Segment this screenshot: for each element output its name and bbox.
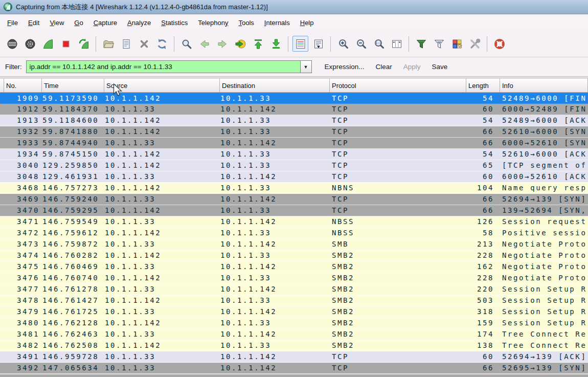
go-to-top-icon <box>252 38 264 50</box>
cell-info: Session Setup R <box>500 318 588 328</box>
menu-help[interactable]: Help <box>295 16 319 30</box>
cell-protocol: TCP <box>330 138 466 148</box>
cell-source: 10.1.1.142 <box>104 149 220 160</box>
preferences-icon <box>469 38 481 50</box>
menu-go[interactable]: Go <box>69 16 88 30</box>
packet-row-3479[interactable]: 3479146.76172510.1.1.3310.1.1.142SMB2318… <box>0 306 588 318</box>
colorize-button[interactable] <box>292 36 308 52</box>
column-header-time[interactable]: Time <box>42 78 104 92</box>
menu-telephony[interactable]: Telephony <box>193 16 233 30</box>
menu-tools[interactable]: Tools <box>234 16 259 30</box>
menu-file[interactable]: File <box>2 16 23 30</box>
menu-edit[interactable]: Edit <box>23 16 44 30</box>
column-header-destination[interactable]: Destination <box>220 78 330 92</box>
partial-packet-row[interactable] <box>0 374 588 377</box>
packet-row-3491[interactable]: 3491146.95972810.1.1.3310.1.1.142TCP6052… <box>0 351 588 363</box>
file-save-button[interactable] <box>118 36 134 52</box>
zoom-actual-button[interactable]: 1:1 <box>371 36 387 52</box>
interface-list-button[interactable] <box>4 36 20 52</box>
display-filters-button[interactable] <box>431 36 447 52</box>
packet-row-1932[interactable]: 193259.874188010.1.1.14210.1.1.33TCP6652… <box>0 126 588 138</box>
capture-restart-button[interactable] <box>76 36 92 52</box>
find-packet-button[interactable] <box>178 36 194 52</box>
filter-dropdown-arrow-icon[interactable]: ▼ <box>300 60 312 73</box>
auto-scroll-button[interactable] <box>310 36 326 52</box>
packet-row-3481[interactable]: 3481146.76246310.1.1.3310.1.1.142SMB2174… <box>0 329 588 340</box>
preferences-button[interactable] <box>467 36 483 52</box>
reload-button[interactable] <box>154 36 170 52</box>
packet-row-3482[interactable]: 3482146.76250810.1.1.14210.1.1.33SMB2138… <box>0 340 588 351</box>
cell-time: 146.760469 <box>42 261 104 272</box>
packet-row-3475[interactable]: 3475146.76046910.1.1.3310.1.1.142SMB2162… <box>0 261 588 273</box>
capture-filters-button[interactable] <box>413 36 429 52</box>
packet-row-3476[interactable]: 3476146.76074010.1.1.14210.1.1.33SMB2228… <box>0 273 588 284</box>
toolbar-separator <box>487 36 487 52</box>
packet-row-3470[interactable]: 3470146.75929510.1.1.14210.1.1.33TCP6613… <box>0 205 588 216</box>
cell-no: 1933 <box>4 138 42 148</box>
filter-input[interactable] <box>26 60 300 73</box>
packet-row-3469[interactable]: 3469146.75924010.1.1.3310.1.1.142TCP6652… <box>0 194 588 205</box>
menu-analyze[interactable]: Analyze <box>122 16 156 30</box>
packet-row-1912[interactable]: 191259.118437010.1.1.3310.1.1.142TCP6060… <box>0 104 588 115</box>
cell-source: 10.1.1.33 <box>104 351 220 362</box>
cell-destination: 10.1.1.142 <box>220 329 330 340</box>
cell-no: 3040 <box>4 160 42 171</box>
packet-row-3048[interactable]: 3048129.46193110.1.1.3310.1.1.142TCP6060… <box>0 171 588 183</box>
capture-options-button[interactable] <box>22 36 38 52</box>
apply-button[interactable]: Apply <box>398 60 426 73</box>
cell-info: Session Setup R <box>500 295 588 306</box>
go-to-packet-button[interactable] <box>232 36 248 52</box>
expression-button[interactable]: Expression... <box>319 60 370 73</box>
packet-row-1909[interactable]: 190959.117359010.1.1.14210.1.1.33TCP5452… <box>0 93 588 104</box>
column-header-info[interactable]: Info <box>500 78 588 92</box>
go-back-button[interactable] <box>196 36 212 52</box>
packet-row-3492[interactable]: 3492147.06563410.1.1.3310.1.1.142TCP6652… <box>0 363 588 374</box>
zoom-out-button[interactable] <box>353 36 369 52</box>
cell-length: 66 <box>466 205 500 216</box>
capture-stop-button[interactable] <box>58 36 74 52</box>
column-header-no[interactable]: No. <box>4 78 42 92</box>
capture-start-button[interactable] <box>40 36 56 52</box>
menu-internals[interactable]: Internals <box>259 16 295 30</box>
file-open-button[interactable] <box>100 36 116 52</box>
menu-statistics[interactable]: Statistics <box>156 16 193 30</box>
packet-row-3040[interactable]: 3040129.25985010.1.1.14210.1.1.33TCP65[T… <box>0 160 588 171</box>
go-to-bottom-button[interactable] <box>268 36 284 52</box>
file-close-button[interactable] <box>136 36 152 52</box>
go-to-top-button[interactable] <box>250 36 266 52</box>
menu-view[interactable]: View <box>44 16 69 30</box>
packet-row-3477[interactable]: 3477146.76127810.1.1.3310.1.1.142SMB2220… <box>0 284 588 295</box>
zoom-in-icon <box>337 38 349 50</box>
cell-destination: 10.1.1.142 <box>220 284 330 295</box>
main-toolbar: 1:1 <box>0 31 588 57</box>
coloring-rules-button[interactable] <box>449 36 465 52</box>
packet-row-3472[interactable]: 3472146.75961210.1.1.14210.1.1.33NBSS58P… <box>0 228 588 239</box>
packet-row-3478[interactable]: 3478146.76142710.1.1.14210.1.1.33SMB2503… <box>0 295 588 306</box>
packet-row-1934[interactable]: 193459.874515010.1.1.14210.1.1.33TCP5452… <box>0 149 588 160</box>
column-header-protocol[interactable]: Protocol <box>330 78 466 92</box>
packet-row-3480[interactable]: 3480146.76212810.1.1.14210.1.1.33SMB2159… <box>0 318 588 329</box>
cell-source: 10.1.1.142 <box>104 318 220 328</box>
go-forward-button[interactable] <box>214 36 230 52</box>
cell-info: Tree Connect Re <box>500 329 588 340</box>
cell-source: 10.1.1.33 <box>104 194 220 205</box>
help-button[interactable] <box>491 36 507 52</box>
packet-row-3471[interactable]: 3471146.75954910.1.1.3310.1.1.142NBSS126… <box>0 216 588 228</box>
cell-no: 3480 <box>4 318 42 328</box>
resize-columns-button[interactable] <box>389 36 404 52</box>
column-header-length[interactable]: Length <box>466 78 500 92</box>
packet-row-1913[interactable]: 191359.118460010.1.1.14210.1.1.33TCP5452… <box>0 115 588 126</box>
packet-row-3474[interactable]: 3474146.76028210.1.1.14210.1.1.33SMB2228… <box>0 250 588 261</box>
cell-time: 146.761725 <box>42 306 104 317</box>
cell-info: 139→52694 [SYN, <box>500 205 588 216</box>
save-button[interactable]: Save <box>426 60 454 73</box>
clear-button[interactable]: Clear <box>370 60 398 73</box>
column-header-source[interactable]: Source <box>104 78 220 92</box>
packet-row-1933[interactable]: 193359.874494010.1.1.3310.1.1.142TCP6660… <box>0 138 588 149</box>
menu-capture[interactable]: Capture <box>88 16 122 30</box>
cell-destination: 10.1.1.33 <box>220 295 330 306</box>
zoom-in-button[interactable] <box>335 36 351 52</box>
packet-row-3473[interactable]: 3473146.75987210.1.1.3310.1.1.142SMB213N… <box>0 239 588 250</box>
cell-info: 52489→6000 [ACK <box>500 115 588 126</box>
packet-row-3468[interactable]: 3468146.75727310.1.1.14210.1.1.33NBNS104… <box>0 183 588 194</box>
